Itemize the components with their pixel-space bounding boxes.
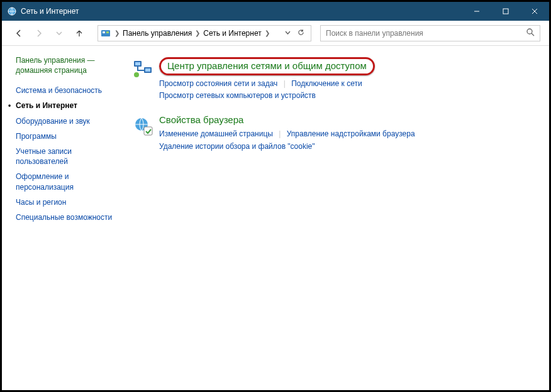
chevron-right-icon: ❯ <box>113 30 121 36</box>
link-delete-history[interactable]: Удаление истории обзора и файлов "cookie… <box>159 142 315 151</box>
sidebar: Панель управления — домашняя страница Си… <box>2 46 128 390</box>
svg-point-8 <box>527 29 532 34</box>
sidebar-item-hardware-sound[interactable]: Оборудование и звук <box>16 114 121 129</box>
breadcrumb-root[interactable]: Панель управления <box>121 29 194 38</box>
svg-rect-2 <box>503 9 508 14</box>
recent-dropdown[interactable] <box>51 26 67 40</box>
maximize-button[interactable] <box>491 2 520 21</box>
section-browser-props: Свойства браузера Изменение домашней стр… <box>133 114 538 152</box>
control-panel-icon <box>101 28 111 38</box>
link-view-network-status[interactable]: Просмотр состояния сети и задач <box>159 79 277 88</box>
svg-point-14 <box>134 72 139 77</box>
titlebar: Сеть и Интернет <box>2 2 549 21</box>
internet-options-icon <box>133 116 154 137</box>
close-button[interactable] <box>520 2 549 21</box>
refresh-button[interactable] <box>298 29 304 38</box>
back-button[interactable] <box>11 26 27 40</box>
forward-button[interactable] <box>31 26 47 40</box>
section-network-center: Центр управления сетями и общим доступом… <box>133 57 538 102</box>
window-title: Сеть и Интернет <box>21 7 462 16</box>
search-input[interactable]: Поиск в панели управления <box>320 25 540 41</box>
network-icon <box>7 6 17 16</box>
breadcrumb-current[interactable]: Сеть и Интернет <box>201 29 263 38</box>
link-view-network-devices[interactable]: Просмотр сетевых компьютеров и устройств <box>159 91 316 100</box>
sidebar-home-link[interactable]: Панель управления — домашняя страница <box>16 56 121 75</box>
sidebar-item-clock-region[interactable]: Часы и регион <box>16 195 121 210</box>
svg-rect-11 <box>135 62 140 65</box>
svg-rect-7 <box>106 31 109 33</box>
sidebar-item-system-security[interactable]: Система и безопасность <box>16 83 121 98</box>
sidebar-item-appearance[interactable]: Оформление и персонализация <box>16 169 121 194</box>
svg-line-9 <box>532 33 534 36</box>
svg-rect-6 <box>103 31 105 33</box>
content: Центр управления сетями и общим доступом… <box>128 46 549 390</box>
network-center-link[interactable]: Центр управления сетями и общим доступом <box>159 57 375 75</box>
up-button[interactable] <box>71 26 87 40</box>
svg-rect-13 <box>145 68 150 72</box>
chevron-down-icon[interactable] <box>284 29 291 38</box>
svg-rect-16 <box>144 127 152 135</box>
address-bar[interactable]: ❯ Панель управления ❯ Сеть и Интернет ❯ <box>97 25 311 41</box>
body: Панель управления — домашняя страница Си… <box>2 46 549 390</box>
browser-props-link[interactable]: Свойства браузера <box>159 114 243 125</box>
minimize-button[interactable] <box>462 2 491 21</box>
link-connect-network[interactable]: Подключение к сети <box>291 79 362 88</box>
window: Сеть и Интернет ❯ Панель управления ❯ Се… <box>0 0 551 392</box>
toolbar: ❯ Панель управления ❯ Сеть и Интернет ❯ … <box>2 21 549 46</box>
sidebar-item-network-internet[interactable]: Сеть и Интернет <box>16 98 121 113</box>
link-change-homepage[interactable]: Изменение домашней страницы <box>159 129 273 138</box>
search-placeholder: Поиск в панели управления <box>326 29 526 38</box>
sidebar-item-user-accounts[interactable]: Учетные записи пользователей <box>16 144 121 169</box>
sidebar-item-accessibility[interactable]: Специальные возможности <box>16 210 121 225</box>
chevron-right-icon: ❯ <box>194 30 201 36</box>
sidebar-item-programs[interactable]: Программы <box>16 129 121 144</box>
chevron-right-icon: ❯ <box>264 30 271 36</box>
network-sharing-icon <box>133 58 154 80</box>
link-manage-addons[interactable]: Управление надстройками браузера <box>287 129 415 138</box>
search-icon <box>526 28 535 38</box>
